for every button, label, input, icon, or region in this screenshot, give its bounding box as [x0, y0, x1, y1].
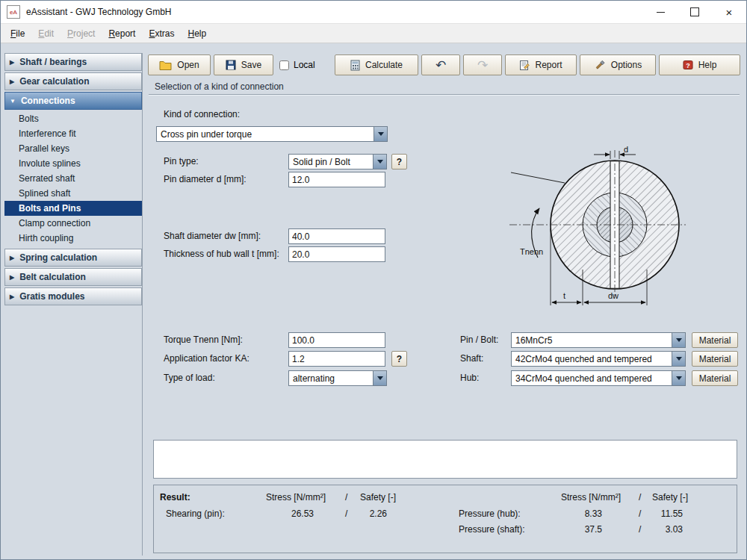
hub-material-value: 34CrMo4 quenched and tempered — [515, 373, 652, 384]
sidebar-section-connections[interactable]: ▼ Connections — [4, 92, 142, 110]
title-bar: eA eAssistant - GWJ Technology GmbH × — [1, 1, 746, 24]
chevron-down-icon — [378, 132, 384, 136]
sidebar-item-interference-fit[interactable]: Interference fit — [4, 126, 142, 141]
open-button[interactable]: Open — [148, 55, 211, 75]
dropdown-arrow-button[interactable] — [672, 352, 685, 366]
pressure-hub-safety: 11.55 — [648, 508, 683, 519]
window-controls: × — [643, 1, 746, 23]
pin-type-select[interactable]: Solid pin / Bolt — [288, 154, 387, 169]
sidebar-section-label: Shaft / bearings — [19, 57, 87, 67]
sidebar-section-gratis-modules[interactable]: ▶ Gratis modules — [4, 287, 142, 305]
pin-type-help-button[interactable]: ? — [391, 154, 407, 169]
stress-header-right: Stress [N/mm²] — [561, 492, 621, 503]
shaft-diameter-label: Shaft diameter dw [mm]: — [164, 231, 261, 241]
menu-help[interactable]: Help — [181, 25, 213, 42]
torque-input[interactable] — [288, 332, 385, 348]
local-checkbox[interactable] — [279, 60, 289, 70]
application-factor-input[interactable] — [288, 351, 385, 367]
dropdown-arrow-button[interactable] — [672, 371, 685, 385]
sidebar-section-shaft-bearings[interactable]: ▶ Shaft / bearings — [4, 53, 142, 71]
report-button[interactable]: Report — [505, 55, 577, 75]
kind-of-connection-value: Cross pin under torque — [161, 129, 252, 140]
dropdown-arrow-button[interactable] — [672, 333, 685, 347]
sidebar-item-bolts-and-pins[interactable]: Bolts and Pins — [4, 201, 142, 216]
sidebar-section-spring-calculation[interactable]: ▶ Spring calculation — [4, 249, 142, 267]
maximize-icon — [690, 7, 699, 16]
sidebar-item-parallel-keys[interactable]: Parallel keys — [4, 141, 142, 156]
dropdown-arrow-button[interactable] — [373, 155, 386, 169]
save-button[interactable]: Save — [214, 55, 273, 75]
kind-of-connection-select[interactable]: Cross pin under torque — [156, 126, 388, 142]
hub-wall-thickness-input[interactable] — [288, 246, 385, 262]
help-button[interactable]: ? Help — [659, 55, 740, 75]
sidebar-item-bolts[interactable]: Bolts — [4, 111, 142, 126]
tools-icon — [594, 59, 606, 71]
maximize-button[interactable] — [678, 1, 712, 23]
sidebar-section-belt-calculation[interactable]: ▶ Belt calculation — [4, 268, 142, 286]
sidebar-item-hirth-coupling[interactable]: Hirth coupling — [4, 231, 142, 246]
hub-wall-thickness-label: Thickness of hub wall t [mm]: — [164, 249, 279, 259]
dropdown-arrow-button[interactable] — [373, 371, 386, 385]
pin-diameter-label: Pin diameter d [mm]: — [164, 174, 247, 184]
pin-bolt-material-select[interactable]: 16MnCr5 — [511, 332, 686, 348]
hub-material-select[interactable]: 34CrMo4 quenched and tempered — [511, 370, 686, 386]
slash: / — [639, 508, 641, 519]
sidebar-item-involute-splines[interactable]: Involute splines — [4, 156, 142, 171]
calculate-button[interactable]: Calculate — [335, 55, 418, 75]
minimize-button[interactable] — [643, 1, 678, 23]
sidebar-section-label: Spring calculation — [19, 252, 97, 263]
safety-header-left: Safety [-] — [360, 492, 396, 503]
type-of-load-select[interactable]: alternating — [288, 370, 387, 386]
sidebar-item-serrated-shaft[interactable]: Serrated shaft — [4, 171, 142, 186]
pressure-hub-label: Pressure (hub): — [459, 508, 521, 519]
slash: / — [639, 524, 641, 535]
torque-label-form: Torque Tnenn [Nm]: — [164, 335, 243, 345]
pin-bolt-material-button[interactable]: Material — [692, 332, 738, 348]
pin-diameter-input[interactable] — [288, 172, 385, 187]
shearing-pin-stress: 26.53 — [266, 508, 314, 519]
sidebar-section-gear-calculation[interactable]: ▶ Gear calculation — [4, 72, 142, 90]
dimension-dw-label: dw — [608, 291, 619, 300]
chevron-down-icon — [676, 338, 682, 342]
pin-type-value: Solid pin / Bolt — [293, 157, 350, 167]
dimension-t-label: t — [563, 291, 565, 300]
folder-icon — [159, 60, 172, 70]
sidebar-section-label: Gear calculation — [19, 76, 89, 87]
shaft-material-button[interactable]: Material — [692, 351, 738, 367]
chevron-right-icon: ▶ — [10, 78, 14, 85]
menu-file[interactable]: File — [4, 25, 31, 42]
pressure-shaft-label: Pressure (shaft): — [459, 524, 525, 535]
close-button[interactable]: × — [712, 1, 746, 23]
application-factor-help-button[interactable]: ? — [391, 351, 407, 367]
redo-icon: ↷ — [477, 59, 488, 72]
shearing-pin-safety: 2.26 — [357, 508, 387, 519]
safety-header-right: Safety [-] — [652, 492, 688, 503]
calculator-icon — [350, 60, 360, 71]
chevron-down-icon: ▼ — [10, 98, 16, 105]
close-icon: × — [726, 6, 733, 19]
sidebar-item-splined-shaft[interactable]: Splined shaft — [4, 186, 142, 201]
shaft-diameter-input[interactable] — [288, 228, 385, 244]
chevron-down-icon — [377, 160, 383, 164]
application-factor-label: Application factor KA: — [164, 353, 249, 364]
kind-of-connection-label: Kind of connection: — [164, 109, 240, 119]
menu-extras[interactable]: Extras — [142, 25, 181, 42]
pressure-hub-stress: 8.33 — [557, 508, 602, 519]
undo-button[interactable]: ↶ — [421, 55, 460, 75]
hub-material-button[interactable]: Material — [692, 370, 738, 386]
dropdown-arrow-button[interactable] — [374, 127, 387, 141]
shaft-material-select[interactable]: 42CrMo4 quenched and tempered — [511, 351, 686, 367]
minimize-icon — [657, 12, 665, 13]
sidebar-section-label: Connections — [21, 96, 75, 106]
chevron-right-icon: ▶ — [10, 274, 14, 281]
options-button[interactable]: Options — [580, 55, 656, 75]
main-panel: Open Save Local Calculate ↶ ↷ Re — [144, 52, 744, 557]
svg-text:?: ? — [686, 62, 690, 69]
hub-label: Hub: — [460, 373, 479, 383]
slash: / — [639, 492, 641, 503]
local-label: Local — [294, 60, 315, 70]
sidebar-item-clamp-connection[interactable]: Clamp connection — [4, 216, 142, 231]
sidebar-section-label: Gratis modules — [19, 291, 84, 302]
pin-bolt-label: Pin / Bolt: — [460, 335, 498, 345]
menu-report[interactable]: Report — [102, 25, 142, 42]
